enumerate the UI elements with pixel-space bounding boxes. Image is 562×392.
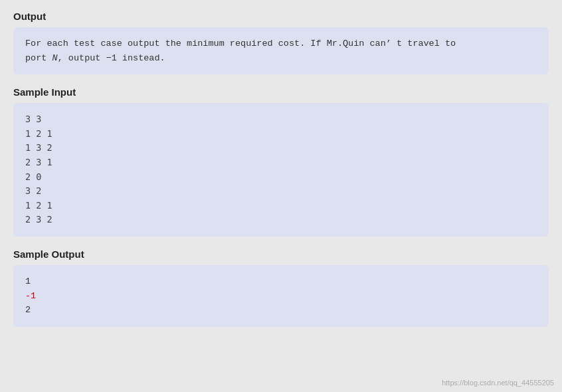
watermark: https://blog.csdn.net/qq_44555205 (442, 379, 554, 387)
output-line: 2 (25, 303, 537, 318)
sample-output-title: Sample Output (13, 248, 549, 260)
output-text-line1: For each test case output the minimum re… (25, 39, 456, 49)
output-section: Output For each test case output the min… (13, 11, 549, 74)
sample-output-lines: 1-12 (25, 274, 537, 318)
output-line: -1 (25, 289, 537, 304)
output-line: 1 (25, 274, 537, 289)
output-title: Output (13, 11, 549, 22)
sample-input-title: Sample Input (13, 86, 549, 98)
output-box: For each test case output the minimum re… (13, 27, 549, 74)
sample-input-section: Sample Input 3 3 1 2 1 1 3 2 2 3 1 2 0 3… (13, 86, 549, 237)
sample-input-content: 3 3 1 2 1 1 3 2 2 3 1 2 0 3 2 1 2 1 2 3 … (25, 112, 537, 227)
sample-output-section: Sample Output 1-12 (13, 248, 549, 327)
sample-output-box: 1-12 (13, 265, 549, 327)
sample-input-box: 3 3 1 2 1 1 3 2 2 3 1 2 0 3 2 1 2 1 2 3 … (13, 103, 549, 237)
output-text-line2: port N, output −1 instead. (25, 53, 165, 63)
